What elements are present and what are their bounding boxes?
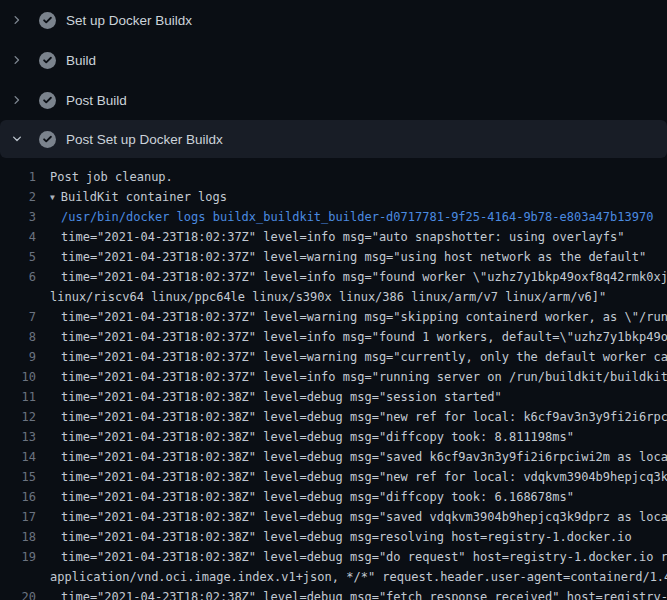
step-row-post-build[interactable]: Post Build	[0, 80, 667, 120]
log-line: 14time="2021-04-23T18:02:38Z" level=debu…	[0, 447, 667, 467]
check-circle-icon	[39, 52, 56, 69]
log-line-text: time="2021-04-23T18:02:37Z" level=info m…	[36, 227, 625, 247]
log-line: 3/usr/bin/docker logs buildx_buildkit_bu…	[0, 207, 667, 227]
log-line: 7time="2021-04-23T18:02:37Z" level=warni…	[0, 307, 667, 327]
log-line: 2▼BuildKit container logs	[0, 187, 667, 207]
log-line: 6time="2021-04-23T18:02:37Z" level=info …	[0, 267, 667, 287]
log-line-number[interactable]: 18	[0, 527, 36, 547]
chevron-down-icon[interactable]	[10, 133, 23, 146]
log-line-number[interactable]: 3	[0, 207, 36, 227]
group-collapse-caret-icon[interactable]: ▼	[50, 188, 55, 208]
log-viewer: 1Post job cleanup.2▼BuildKit container l…	[0, 158, 667, 600]
check-circle-icon	[39, 131, 56, 148]
log-line-number[interactable]: 5	[0, 247, 36, 267]
chevron-right-icon[interactable]	[10, 94, 23, 107]
step-label: Post Build	[66, 93, 127, 108]
log-line-text: time="2021-04-23T18:02:38Z" level=debug …	[36, 547, 667, 567]
steps-list: Set up Docker BuildxBuildPost BuildPost …	[0, 0, 667, 158]
log-line-number[interactable]: 8	[0, 327, 36, 347]
log-line-text: time="2021-04-23T18:02:37Z" level=warnin…	[36, 247, 646, 267]
log-line-number[interactable]: 13	[0, 427, 36, 447]
log-line: 17time="2021-04-23T18:02:38Z" level=debu…	[0, 507, 667, 527]
log-line-number[interactable]: 16	[0, 487, 36, 507]
log-line-text: linux/riscv64 linux/ppc64le linux/s390x …	[36, 287, 606, 307]
step-row-post-set-up-docker-buildx[interactable]: Post Set up Docker Buildx	[0, 120, 667, 158]
log-line-number[interactable]: 20	[0, 587, 36, 600]
log-line-number[interactable]: 7	[0, 307, 36, 327]
log-line: 13time="2021-04-23T18:02:38Z" level=debu…	[0, 427, 667, 447]
log-line: 9time="2021-04-23T18:02:37Z" level=warni…	[0, 347, 667, 367]
chevron-right-icon[interactable]	[10, 54, 23, 67]
check-circle-icon	[39, 92, 56, 109]
log-line-number[interactable]: 2	[0, 187, 36, 207]
log-line-number[interactable]	[0, 567, 36, 587]
log-line-number[interactable]: 17	[0, 507, 36, 527]
log-line: 15time="2021-04-23T18:02:38Z" level=debu…	[0, 467, 667, 487]
log-line: 8time="2021-04-23T18:02:37Z" level=info …	[0, 327, 667, 347]
log-line: 19time="2021-04-23T18:02:38Z" level=debu…	[0, 547, 667, 567]
log-line-number[interactable]: 12	[0, 407, 36, 427]
log-line-text: time="2021-04-23T18:02:37Z" level=info m…	[36, 327, 667, 347]
log-line-number[interactable]: 11	[0, 387, 36, 407]
log-line-text: time="2021-04-23T18:02:38Z" level=debug …	[36, 587, 667, 600]
step-label: Build	[66, 53, 96, 68]
log-line-text: time="2021-04-23T18:02:38Z" level=debug …	[36, 407, 667, 427]
log-line-number[interactable]: 9	[0, 347, 36, 367]
log-line: application/vnd.oci.image.index.v1+json,…	[0, 567, 667, 587]
step-label: Set up Docker Buildx	[66, 13, 192, 28]
log-line-number[interactable]	[0, 287, 36, 307]
log-group-title: BuildKit container logs	[61, 190, 227, 204]
log-line-text: ▼BuildKit container logs	[36, 187, 227, 207]
log-line: 11time="2021-04-23T18:02:38Z" level=debu…	[0, 387, 667, 407]
log-line-number[interactable]: 19	[0, 547, 36, 567]
log-line-number[interactable]: 4	[0, 227, 36, 247]
log-line-text: Post job cleanup.	[36, 167, 173, 187]
log-line: 20time="2021-04-23T18:02:38Z" level=debu…	[0, 587, 667, 600]
log-command-text: /usr/bin/docker logs buildx_buildkit_bui…	[36, 207, 653, 227]
log-line: 1Post job cleanup.	[0, 167, 667, 187]
log-line-text: time="2021-04-23T18:02:38Z" level=debug …	[36, 527, 632, 547]
log-line-text: time="2021-04-23T18:02:38Z" level=debug …	[36, 507, 667, 527]
log-line-text: time="2021-04-23T18:02:38Z" level=debug …	[36, 427, 574, 447]
log-line-text: time="2021-04-23T18:02:38Z" level=debug …	[36, 387, 502, 407]
step-row-build[interactable]: Build	[0, 40, 667, 80]
log-line: 10time="2021-04-23T18:02:37Z" level=info…	[0, 367, 667, 387]
log-line: linux/riscv64 linux/ppc64le linux/s390x …	[0, 287, 667, 307]
log-line-text: application/vnd.oci.image.index.v1+json,…	[36, 567, 667, 587]
log-line-text: time="2021-04-23T18:02:37Z" level=warnin…	[36, 307, 667, 327]
step-row-set-up-docker-buildx[interactable]: Set up Docker Buildx	[0, 0, 667, 40]
log-line: 12time="2021-04-23T18:02:38Z" level=debu…	[0, 407, 667, 427]
log-line: 16time="2021-04-23T18:02:38Z" level=debu…	[0, 487, 667, 507]
log-line-number[interactable]: 6	[0, 267, 36, 287]
log-line-text: time="2021-04-23T18:02:38Z" level=debug …	[36, 487, 574, 507]
step-label: Post Set up Docker Buildx	[66, 132, 223, 147]
log-line-text: time="2021-04-23T18:02:38Z" level=debug …	[36, 467, 667, 487]
log-line: 18time="2021-04-23T18:02:38Z" level=debu…	[0, 527, 667, 547]
log-line-number[interactable]: 1	[0, 167, 36, 187]
log-line-text: time="2021-04-23T18:02:38Z" level=debug …	[36, 447, 667, 467]
log-line-number[interactable]: 15	[0, 467, 36, 487]
check-circle-icon	[39, 12, 56, 29]
chevron-right-icon[interactable]	[10, 14, 23, 27]
log-line-text: time="2021-04-23T18:02:37Z" level=info m…	[36, 367, 667, 387]
log-line-text: time="2021-04-23T18:02:37Z" level=warnin…	[36, 347, 667, 367]
log-line-text: time="2021-04-23T18:02:37Z" level=info m…	[36, 267, 667, 287]
log-line: 5time="2021-04-23T18:02:37Z" level=warni…	[0, 247, 667, 267]
log-line: 4time="2021-04-23T18:02:37Z" level=info …	[0, 227, 667, 247]
log-line-number[interactable]: 10	[0, 367, 36, 387]
log-line-number[interactable]: 14	[0, 447, 36, 467]
